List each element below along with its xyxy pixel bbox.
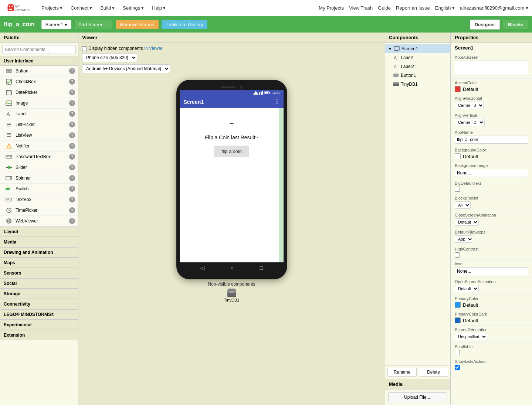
bigdefaulttext-checkbox[interactable] bbox=[455, 187, 460, 192]
checkbox-help[interactable]: ? bbox=[69, 79, 75, 85]
lego-category[interactable]: LEGO® MINDSTORMS® bbox=[0, 309, 78, 320]
palette-item-checkbox[interactable]: CheckBox ? bbox=[0, 76, 78, 87]
drawing-animation-category[interactable]: Drawing and Animation bbox=[0, 247, 78, 258]
palette-item-slider[interactable]: Slider ? bbox=[0, 162, 78, 173]
rename-button[interactable]: Rename bbox=[387, 368, 417, 377]
user-interface-section[interactable]: User Interface bbox=[0, 57, 78, 66]
notifier-help[interactable]: ? bbox=[69, 143, 75, 149]
media-category[interactable]: Media bbox=[0, 237, 78, 247]
blocks-button[interactable]: Blocks bbox=[503, 20, 528, 30]
highcontrast-checkbox[interactable] bbox=[455, 252, 460, 258]
datepicker-help[interactable]: ? bbox=[69, 89, 75, 95]
publish-gallery-button[interactable]: Publish to Gallery bbox=[162, 20, 207, 29]
nav-settings[interactable]: Settings ▾ bbox=[119, 4, 148, 12]
palette-item-listpicker[interactable]: ListPicker ? bbox=[0, 119, 78, 130]
maps-category[interactable]: Maps bbox=[0, 258, 78, 268]
tree-item-label2[interactable]: A Label2 bbox=[385, 62, 450, 71]
designer-button[interactable]: Designer bbox=[470, 20, 500, 30]
svg-rect-49 bbox=[265, 92, 268, 93]
alignvertical-select[interactable]: Center : 2 Top : 1 Bottom : 3 bbox=[455, 119, 485, 126]
appname-input[interactable] bbox=[455, 136, 528, 144]
guide-link[interactable]: Guide bbox=[378, 5, 391, 11]
tree-item-label1[interactable]: A Label1 bbox=[385, 53, 450, 62]
tree-item-tinydb1[interactable]: TinyDB1 bbox=[385, 80, 450, 89]
primarycolor-swatch[interactable] bbox=[455, 302, 461, 308]
palette-item-timepicker[interactable]: TimePicker ? bbox=[0, 205, 78, 216]
palette-item-button[interactable]: BTN Button ? bbox=[0, 66, 78, 76]
phone-size-select[interactable]: Phone size (505,320) bbox=[82, 53, 137, 62]
upload-file-button[interactable]: Upload File ... bbox=[388, 392, 447, 402]
language-selector[interactable]: English ▾ bbox=[435, 5, 455, 11]
timepicker-help[interactable]: ? bbox=[69, 207, 75, 213]
primarycolor-label: PrimaryColor bbox=[455, 296, 528, 301]
closescreenanimation-select[interactable]: Default bbox=[455, 218, 479, 226]
tree-item-button1[interactable]: Button1 bbox=[385, 71, 450, 80]
image-help[interactable]: ? bbox=[69, 100, 75, 106]
palette-item-spinner[interactable]: Spinner ? bbox=[0, 173, 78, 184]
display-hidden-checkbox[interactable] bbox=[82, 46, 87, 51]
palette-item-image[interactable]: Image ? bbox=[0, 98, 78, 109]
openscreenanimation-select[interactable]: Default bbox=[455, 285, 479, 292]
tree-toggle-screen1[interactable]: ▼ bbox=[387, 46, 393, 51]
label2-icon: A bbox=[393, 63, 399, 70]
passwordtextbox-help[interactable]: ? bbox=[69, 154, 75, 160]
alignhorizontal-select[interactable]: Center : 3 Left : 1 Right : 2 bbox=[455, 102, 484, 109]
button-help[interactable]: ? bbox=[69, 68, 75, 74]
slider-help[interactable]: ? bbox=[69, 164, 75, 170]
nav-connect[interactable]: Connect ▾ bbox=[67, 4, 96, 12]
aboutscreen-input[interactable] bbox=[455, 61, 528, 75]
scrollable-checkbox[interactable] bbox=[455, 350, 460, 355]
icon-input[interactable] bbox=[455, 267, 528, 275]
accentcolor-swatch[interactable] bbox=[455, 86, 461, 92]
palette-item-webviewer[interactable]: WebViewer ? bbox=[0, 216, 78, 227]
report-issue-link[interactable]: Report an Issue bbox=[396, 5, 430, 11]
palette-item-textbox[interactable]: TextBox ? bbox=[0, 194, 78, 205]
screen-selector[interactable]: Screen1 ▾ bbox=[41, 20, 71, 29]
spinner-help[interactable]: ? bbox=[69, 175, 75, 181]
svg-rect-56 bbox=[394, 47, 399, 50]
storage-category[interactable]: Storage bbox=[0, 289, 78, 299]
textbox-help[interactable]: ? bbox=[69, 197, 75, 202]
sensors-category[interactable]: Sensors bbox=[0, 268, 78, 278]
backgroundimage-input[interactable] bbox=[455, 169, 528, 177]
extension-category[interactable]: Extension bbox=[0, 330, 78, 340]
palette-item-switch[interactable]: Switch ? bbox=[0, 184, 78, 194]
palette-item-passwordtextbox[interactable]: PasswordTextBox ? bbox=[0, 152, 78, 162]
blockstoolkit-select[interactable]: All bbox=[455, 201, 471, 209]
view-trash-link[interactable]: View Trash bbox=[349, 5, 373, 11]
palette-item-datepicker[interactable]: DatePicker ? bbox=[0, 87, 78, 98]
delete-button[interactable]: Delete bbox=[419, 368, 448, 377]
accentcolor-value: Default bbox=[463, 86, 478, 92]
experimental-category[interactable]: Experimental bbox=[0, 320, 78, 330]
palette-item-listview[interactable]: ListView ? bbox=[0, 130, 78, 141]
svg-text:APP INVENTOR: APP INVENTOR bbox=[16, 8, 30, 11]
webviewer-help[interactable]: ? bbox=[69, 218, 75, 224]
listview-help[interactable]: ? bbox=[69, 132, 75, 138]
listpicker-help[interactable]: ? bbox=[69, 122, 75, 127]
screenorientation-select[interactable]: Unspecified Portrait Landscape bbox=[455, 333, 487, 340]
search-input[interactable] bbox=[2, 45, 76, 54]
primarycolordark-swatch[interactable] bbox=[455, 317, 461, 323]
social-category[interactable]: Social bbox=[0, 278, 78, 289]
defaultfilescope-select[interactable]: App bbox=[455, 235, 473, 243]
palette-item-notifier[interactable]: ! Notifier ? bbox=[0, 141, 78, 152]
remove-screen-button[interactable]: Remove Screen bbox=[116, 20, 158, 29]
tree-item-screen1[interactable]: ▼ Screen1 bbox=[385, 44, 450, 53]
my-projects-link[interactable]: My Projects bbox=[319, 5, 344, 11]
showlistsasjson-checkbox[interactable] bbox=[455, 365, 460, 370]
switch-help[interactable]: ? bbox=[69, 186, 75, 192]
add-screen-button[interactable]: Add Screen ... bbox=[74, 20, 113, 29]
connectivity-category[interactable]: Connectivity bbox=[0, 299, 78, 309]
label-help[interactable]: ? bbox=[69, 111, 75, 117]
nav-help[interactable]: Help ▾ bbox=[148, 4, 169, 12]
palette-item-label[interactable]: A Label ? bbox=[0, 109, 78, 119]
in-viewer-link[interactable]: in Viewer bbox=[144, 46, 162, 51]
nav-build[interactable]: Build ▾ bbox=[96, 4, 118, 12]
button1-icon bbox=[393, 72, 399, 79]
nav-projects[interactable]: Projects ▾ bbox=[38, 4, 66, 12]
layout-category[interactable]: Layout bbox=[0, 227, 78, 237]
device-select[interactable]: Android 5+ Devices (Android Material) bbox=[82, 64, 170, 73]
user-account[interactable]: alirezasharifi8290@gmail.com ▾ bbox=[460, 5, 528, 11]
datepicker-label: DatePicker bbox=[16, 90, 69, 95]
backgroundcolor-swatch[interactable] bbox=[455, 153, 461, 159]
